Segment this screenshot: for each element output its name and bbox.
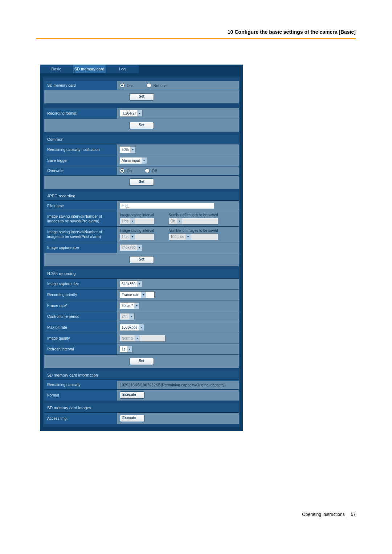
section-h264: H.264 recording xyxy=(44,269,239,278)
chevron-down-icon: ▾ xyxy=(185,234,191,240)
sd-card-label: SD memory card xyxy=(44,81,117,90)
jpeg-pre-count-label: Number of images to be saved xyxy=(169,213,218,217)
h264-framerate-select[interactable]: 30fps * ▾ xyxy=(120,302,140,309)
footer-divider xyxy=(348,511,348,518)
overwrite-off-label: Off xyxy=(152,169,157,173)
page-header-title: 10 Configure the basic settings of the c… xyxy=(36,29,356,37)
h264-maxbitrate-label: Max bit rate xyxy=(44,323,117,332)
jpeg-capture-select: 640x360 ▾ xyxy=(120,244,142,251)
h264-quality-label: Image quality xyxy=(44,334,117,343)
footer-text: Operating Instructions xyxy=(302,512,344,517)
jpeg-post-count-value: 100 pics xyxy=(171,235,184,239)
chevron-down-icon: ▾ xyxy=(130,147,135,153)
jpeg-pre-interval-label: Image saving interval xyxy=(120,213,154,217)
h264-priority-select[interactable]: Frame rate ▾ xyxy=(120,291,155,298)
jpeg-filename-label: File name xyxy=(44,201,117,210)
section-jpeg: JPEG recording xyxy=(44,192,239,201)
h264-maxbitrate-value: 1536kbps xyxy=(122,325,137,329)
section-sd-images: SD memory card images xyxy=(44,403,239,413)
tab-basic[interactable]: Basic xyxy=(40,65,73,73)
jpeg-pre-label: Image saving interval/Number of images t… xyxy=(44,212,117,226)
chevron-down-icon: ▾ xyxy=(177,218,182,224)
chevron-down-icon: ▾ xyxy=(141,292,146,298)
h264-refresh-label: Refresh interval xyxy=(44,345,117,354)
save-trigger-select[interactable]: Alarm input ▾ xyxy=(120,157,147,164)
sd-use-label: Use xyxy=(127,83,134,88)
h264-capture-label: Image capture size xyxy=(44,279,117,288)
recording-format-label: Recording format xyxy=(44,109,117,118)
jpeg-post-interval-select: 1fps ▾ xyxy=(120,233,154,240)
format-label: Format xyxy=(44,391,117,400)
jpeg-post-count-label: Number of images to be saved xyxy=(169,229,218,233)
section-common: Common xyxy=(44,135,239,144)
overwrite-off-radio[interactable] xyxy=(145,168,150,173)
h264-framerate-value: 30fps * xyxy=(122,304,133,308)
remaining-notif-select[interactable]: 50% ▾ xyxy=(120,146,136,153)
jpeg-post-count-select: 100 pics ▾ xyxy=(169,233,218,240)
recording-format-select[interactable]: H.264(2) ▾ xyxy=(120,110,143,117)
overwrite-label: Overwrite xyxy=(44,166,117,175)
jpeg-pre-count-value: Off xyxy=(171,219,175,223)
chevron-down-icon: ▾ xyxy=(137,281,142,287)
page-number: 57 xyxy=(351,512,356,517)
access-img-execute-button[interactable]: Execute xyxy=(120,415,144,422)
chevron-down-icon: ▾ xyxy=(137,245,142,251)
jpeg-filename-input[interactable] xyxy=(120,203,214,209)
h264-framerate-label: Frame rate* xyxy=(44,301,117,310)
tab-log[interactable]: Log xyxy=(106,65,139,73)
chevron-down-icon: ▾ xyxy=(137,110,142,116)
remaining-capacity-label: Remaining capacity xyxy=(44,380,117,389)
sd-use-radio[interactable] xyxy=(120,83,124,88)
sd-not-use-label: Not use xyxy=(154,83,167,88)
jpeg-pre-count-select: Off ▾ xyxy=(169,218,218,225)
set-button-format[interactable]: Set xyxy=(129,122,154,129)
header-rule xyxy=(36,38,356,39)
jpeg-post-label: Image saving interval/Number of images t… xyxy=(44,227,117,241)
set-button-h264[interactable]: Set xyxy=(129,358,154,365)
chevron-down-icon: ▾ xyxy=(139,324,144,331)
jpeg-pre-interval-value: 1fps xyxy=(122,219,128,223)
set-button-common[interactable]: Set xyxy=(129,178,154,186)
remaining-capacity-value: 1929216KB/1967232KB(Remaining capacity/O… xyxy=(120,383,226,387)
chevron-down-icon: ▾ xyxy=(142,157,147,164)
h264-refresh-select[interactable]: 1s ▾ xyxy=(120,346,132,353)
tab-bar: Basic SD memory card Log xyxy=(40,65,243,74)
remaining-notif-label: Remaining capacity notification xyxy=(44,145,117,154)
h264-refresh-value: 1s xyxy=(122,347,126,351)
set-button-sd[interactable]: Set xyxy=(129,93,154,100)
chevron-down-icon: ▾ xyxy=(130,218,135,224)
chevron-down-icon: ▾ xyxy=(127,346,132,352)
h264-quality-value: Normal xyxy=(122,336,133,340)
h264-priority-value: Frame rate xyxy=(122,293,139,297)
tab-sd-memory-card[interactable]: SD memory card xyxy=(73,65,106,73)
chevron-down-icon: ▾ xyxy=(130,234,135,240)
jpeg-capture-value: 640x360 xyxy=(122,246,135,250)
set-button-jpeg[interactable]: Set xyxy=(129,256,154,263)
h264-capture-select[interactable]: 640x360 ▾ xyxy=(120,280,142,287)
h264-maxbitrate-select[interactable]: 1536kbps ▾ xyxy=(120,324,144,331)
format-execute-button[interactable]: Execute xyxy=(120,391,144,399)
save-trigger-value: Alarm input xyxy=(122,159,140,163)
access-img-label: Access img. xyxy=(44,414,117,423)
h264-control-select: 24h ▾ xyxy=(120,313,135,320)
jpeg-capture-label: Image capture size xyxy=(44,243,117,252)
config-panel: Basic SD memory card Log SD memory card … xyxy=(40,65,243,431)
jpeg-post-interval-value: 1fps xyxy=(122,235,128,239)
recording-format-value: H.264(2) xyxy=(122,111,136,115)
overwrite-on-radio[interactable] xyxy=(120,168,124,173)
h264-quality-select: Normal ▾ xyxy=(120,335,166,342)
h264-priority-label: Recording priority xyxy=(44,290,117,299)
remaining-notif-value: 50% xyxy=(122,148,129,152)
h264-control-label: Control time period xyxy=(44,312,117,321)
jpeg-pre-interval-select: 1fps ▾ xyxy=(120,218,154,225)
chevron-down-icon: ▾ xyxy=(129,313,134,320)
sd-not-use-radio[interactable] xyxy=(147,83,151,88)
chevron-down-icon: ▾ xyxy=(134,303,139,309)
h264-control-value: 24h xyxy=(122,315,128,319)
overwrite-on-label: On xyxy=(127,169,132,173)
save-trigger-label: Save trigger xyxy=(44,156,117,165)
section-sd-info: SD memory card information xyxy=(44,371,239,380)
jpeg-post-interval-label: Image saving interval xyxy=(120,229,154,233)
h264-capture-value: 640x360 xyxy=(122,282,135,286)
chevron-down-icon: ▾ xyxy=(135,335,140,341)
